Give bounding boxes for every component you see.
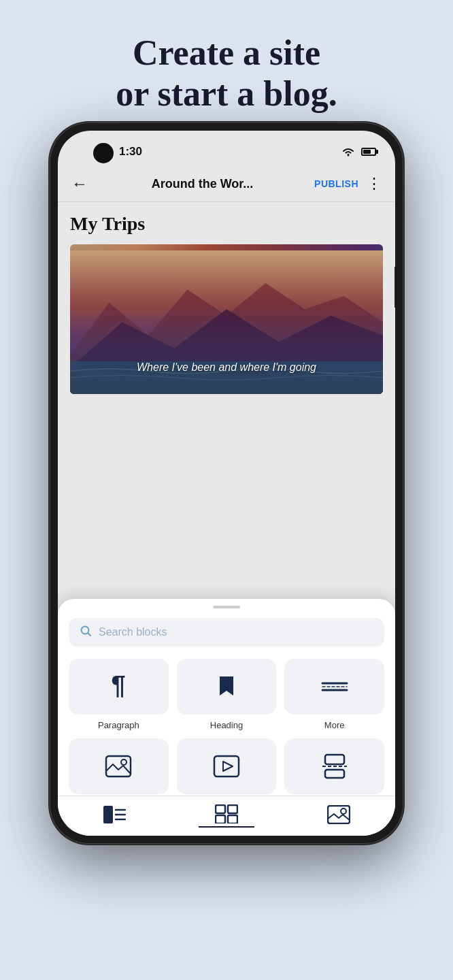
block-item-heading[interactable]: Heading bbox=[177, 659, 277, 730]
page-break-icon bbox=[320, 753, 350, 779]
wifi-icon bbox=[341, 146, 356, 157]
image-icon-box bbox=[69, 738, 169, 794]
block-item-more[interactable]: More bbox=[284, 659, 384, 730]
svg-rect-24 bbox=[216, 815, 225, 823]
battery-icon bbox=[361, 148, 376, 156]
power-button bbox=[395, 267, 395, 308]
page-break-icon-box bbox=[284, 738, 384, 794]
svg-point-27 bbox=[341, 808, 346, 814]
more-icon-box bbox=[284, 659, 384, 715]
paragraph-label: Paragraph bbox=[98, 720, 139, 730]
sheet-handle bbox=[213, 606, 240, 608]
tab-layout[interactable] bbox=[199, 802, 254, 828]
tab-text-block[interactable] bbox=[86, 802, 142, 827]
phone-screen: 1:30 ← Around bbox=[58, 131, 395, 836]
bottom-sheet: Search blocks ¶ Paragraph bbox=[58, 599, 395, 836]
heading-label: Heading bbox=[210, 720, 243, 730]
phone-frame: 1:30 ← Around bbox=[50, 122, 403, 844]
svg-rect-17 bbox=[325, 770, 344, 778]
image-caption: Where I've been and where I'm going bbox=[137, 361, 316, 374]
svg-rect-13 bbox=[214, 756, 239, 777]
video-icon-box bbox=[177, 738, 277, 794]
search-icon bbox=[80, 625, 92, 640]
svg-point-12 bbox=[121, 760, 127, 765]
svg-marker-14 bbox=[223, 762, 233, 771]
svg-line-6 bbox=[88, 634, 91, 636]
search-blocks-bar[interactable]: Search blocks bbox=[69, 618, 384, 647]
status-icons bbox=[341, 146, 376, 157]
tab-media-icon bbox=[327, 805, 350, 824]
heading-icon bbox=[214, 672, 239, 701]
nav-title: Around the Wor... bbox=[96, 177, 309, 191]
video-icon bbox=[212, 753, 241, 779]
post-content-area: My Trips bbox=[58, 202, 395, 399]
svg-point-0 bbox=[348, 154, 350, 157]
back-button[interactable]: ← bbox=[69, 172, 90, 196]
app-nav-bar: ← Around the Wor... PUBLISH ⋮ bbox=[58, 166, 395, 202]
tab-media[interactable] bbox=[311, 802, 367, 827]
more-label: More bbox=[324, 720, 345, 730]
tab-layout-icon bbox=[215, 804, 238, 823]
post-title: My Trips bbox=[70, 213, 383, 235]
heading-icon-box bbox=[177, 659, 277, 715]
svg-rect-22 bbox=[216, 805, 225, 813]
block-item-paragraph[interactable]: ¶ Paragraph bbox=[69, 659, 169, 730]
svg-rect-11 bbox=[106, 756, 131, 777]
svg-rect-15 bbox=[325, 755, 344, 764]
svg-rect-25 bbox=[228, 815, 237, 823]
search-placeholder: Search blocks bbox=[99, 626, 167, 638]
more-menu-button[interactable]: ⋮ bbox=[364, 172, 384, 195]
post-hero-image: Where I've been and where I'm going bbox=[70, 244, 383, 394]
paragraph-icon-box: ¶ bbox=[69, 659, 169, 715]
bottom-tab-bar bbox=[58, 796, 395, 836]
tab-text-icon bbox=[103, 805, 126, 824]
status-time: 1:30 bbox=[119, 145, 142, 159]
svg-rect-26 bbox=[328, 806, 350, 823]
paragraph-icon: ¶ bbox=[106, 672, 131, 701]
phone-mockup: 1:30 ← Around bbox=[50, 122, 403, 844]
camera-hole bbox=[93, 143, 114, 163]
publish-button[interactable]: PUBLISH bbox=[314, 178, 358, 189]
svg-rect-23 bbox=[228, 805, 237, 813]
hero-heading: Create a site or start a blog. bbox=[0, 0, 453, 135]
image-block-icon bbox=[104, 753, 133, 779]
svg-rect-18 bbox=[103, 806, 113, 823]
more-icon bbox=[320, 680, 350, 693]
svg-text:¶: ¶ bbox=[112, 672, 126, 700]
